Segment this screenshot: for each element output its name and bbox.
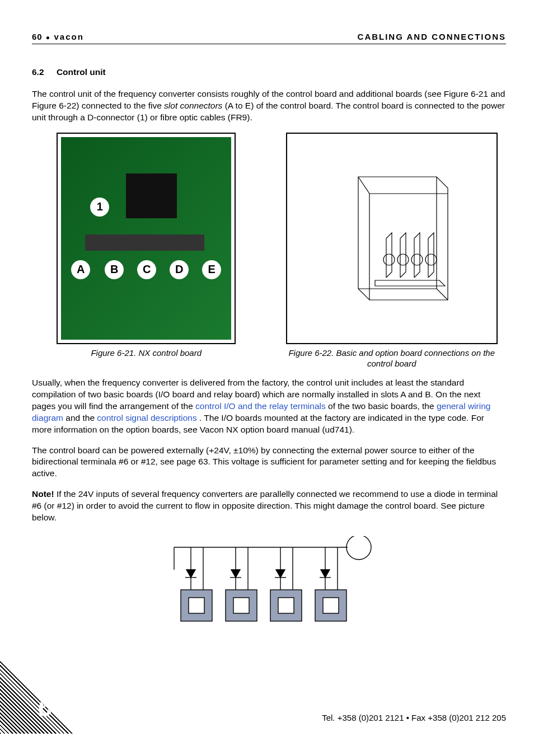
svg-marker-16 (231, 570, 240, 577)
svg-marker-8 (186, 570, 195, 577)
intro-paragraph: The control unit of the frequency conver… (32, 88, 506, 124)
section-number: 6.2 (32, 67, 44, 77)
figure-right-col: Figure 6-22. Basic and option board conn… (278, 133, 507, 369)
slot-connectors-term: slot connectors (164, 101, 222, 110)
parallel-diode-diagram (32, 536, 506, 626)
svg-rect-14 (189, 598, 204, 613)
figure-6-22-box (286, 133, 498, 344)
svg-point-1 (397, 254, 409, 265)
paragraph-2: Usually, when the frequency converter is… (32, 377, 506, 436)
figure-left-col: 1 A B C D E Figure 6-21. NX control boar… (32, 133, 261, 369)
enclosure-drawing (308, 154, 476, 322)
page-number: 60 (32, 32, 43, 41)
svg-rect-35 (323, 598, 339, 613)
figure-6-22-caption: Figure 6-22. Basic and option board conn… (278, 348, 507, 369)
figure-6-21-box: 1 A B C D E (57, 133, 236, 344)
note-label: Note! (32, 489, 54, 499)
chapter-number: 6 (38, 689, 53, 726)
p2-b: of the two basic boards, the (328, 401, 437, 411)
figure-row: 1 A B C D E Figure 6-21. NX control boar… (32, 133, 506, 369)
svg-point-6 (346, 536, 371, 560)
link-control-signal-descriptions[interactable]: control signal descriptions (97, 413, 196, 422)
svg-marker-23 (276, 570, 285, 577)
paragraph-3: The control board can be powered externa… (32, 445, 506, 480)
bullet-icon: ● (46, 34, 54, 41)
pcb-label-E: E (202, 260, 221, 279)
page-footer: 6 Tel. +358 (0)201 2121 • Fax +358 (0)20… (0, 661, 506, 734)
brand-name: vacon (54, 32, 83, 41)
svg-marker-30 (321, 570, 330, 577)
section-title: Control unit (57, 67, 106, 77)
link-control-io-relay-terminals[interactable]: control I/O and the relay terminals (195, 401, 326, 411)
svg-point-2 (411, 254, 423, 265)
pcb-photo-placeholder: 1 A B C D E (61, 137, 231, 340)
pcb-label-A: A (71, 260, 90, 279)
p2-c: and the (65, 413, 97, 422)
svg-rect-21 (233, 598, 249, 613)
footer-contact: Tel. +358 (0)201 2121 • Fax +358 (0)201 … (322, 712, 506, 724)
page-header: 60 ● vacon CABLING AND CONNECTIONS (32, 31, 506, 44)
corner-ornament: 6 (0, 661, 73, 734)
note-paragraph: Note! If the 24V inputs of several frequ… (32, 489, 506, 524)
header-right: CABLING AND CONNECTIONS (358, 31, 506, 43)
svg-point-0 (383, 254, 395, 265)
note-text: If the 24V inputs of several frequency c… (32, 489, 498, 522)
figure-6-21-caption: Figure 6-21. NX control board (91, 348, 202, 359)
pcb-label-B: B (105, 260, 124, 279)
header-left: 60 ● vacon (32, 31, 84, 43)
svg-point-3 (425, 254, 437, 265)
section-heading: 6.2 Control unit (32, 67, 506, 78)
pcb-label-D: D (170, 260, 189, 279)
pcb-label-C: C (137, 260, 156, 279)
pcb-label-1: 1 (90, 198, 109, 217)
svg-rect-28 (278, 598, 294, 613)
